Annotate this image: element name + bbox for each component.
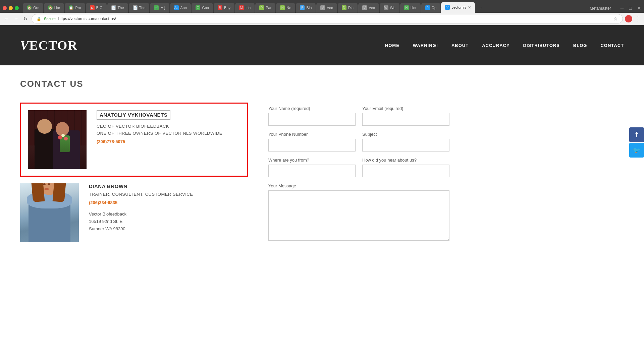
browser-tab-active[interactable]: V vectornls ✕ [441,2,475,13]
browser-tab-12[interactable]: P Par [255,3,275,13]
form-how-label: How did you hear about us? [362,158,449,163]
tab-label-2: Hor [54,6,60,10]
site-header: VECTOR HOME WARNING! ABOUT ACCURACY DIST… [0,25,644,65]
form-email-label: Your Email (required) [362,106,449,111]
tab-favicon-4: ▶ [90,5,95,10]
contacts-section: ANATOLIY VYKHOVANETS CEO OF VECTOR BIOFE… [20,103,248,249]
nav-contact[interactable]: CONTACT [600,43,624,48]
tab-label-12: Par [266,6,271,10]
browser-tab-5[interactable]: 📄 The [107,3,128,13]
facebook-social-btn[interactable]: f [629,127,644,142]
browser-tab-16[interactable]: D Dia [338,3,358,13]
contact-phone-anatoliy[interactable]: (206)778-5075 [97,139,240,144]
browser-tab-9[interactable]: G Goo [192,3,213,13]
browser-chrome-top: 🏠 Orc 🏠 Hor 📋 Pro ▶ BIO 📄 The 📄 The 🛒 Mi… [0,0,644,13]
content-layout: ANATOLIY VYKHOVANETS CEO OF VECTOR BIOFE… [20,103,449,249]
page-content: CONTACT US [0,65,470,262]
browser-tab-18[interactable]: W We [380,3,399,13]
nav-accuracy[interactable]: ACCURACY [482,43,509,48]
logo-v-special: V [20,38,29,52]
contact-title-anatoliy: CEO OF VECTOR BIOFEEDBACK ONE OF THREE O… [97,123,240,137]
form-from-input[interactable] [268,165,356,177]
browser-tab-13[interactable]: N Ne [276,3,295,13]
contact-card-anatoliy: ANATOLIY VYKHOVANETS CEO OF VECTOR BIOFE… [20,103,248,177]
address-bar[interactable]: 🔒 Secure https://vectornls.com/contact-u… [32,14,623,23]
twitter-social-btn[interactable]: 🐦 [629,143,644,158]
browser-menu-btn[interactable]: ⋮ [635,15,641,22]
twitter-icon: 🐦 [633,146,640,154]
minimize-btn[interactable]: ─ [621,5,624,11]
browser-tab-7[interactable]: 🛒 Mij [150,3,169,13]
form-subject-input[interactable] [362,139,449,152]
secure-label: Secure [44,17,56,21]
tab-favicon-12: P [259,5,264,10]
nav-blog[interactable]: BLOG [573,43,587,48]
back-btn[interactable]: ← [3,15,11,23]
contact-info-diana: DIANA BROWN TRAINER, CONSULTENT, CUSTOME… [89,183,248,233]
form-row-name-email: Your Name (required) Your Email (require… [268,106,449,126]
forward-btn[interactable]: → [12,15,20,23]
close-btn[interactable]: ✕ [637,5,641,11]
form-group-how: How did you hear about us? [362,158,449,177]
tab-label-18: We [390,6,395,10]
tab-favicon-active: V [445,5,450,10]
tab-favicon-13: N [280,5,285,10]
form-message-textarea[interactable] [268,190,449,241]
browser-tab-19[interactable]: H Hor [400,3,421,13]
tab-label-1: Orc [33,6,39,10]
browser-tab-8[interactable]: Aa Aan [170,3,191,13]
tab-favicon-5: 📄 [111,5,116,10]
form-name-input[interactable] [268,113,356,126]
minimize-window-btn[interactable] [9,6,13,10]
profile-avatar[interactable] [625,15,632,22]
tab-favicon-16: D [342,5,346,10]
contact-title-diana: TRAINER, CONSULTENT, CUSTOMER SERVICE [89,191,248,198]
window-controls-right[interactable]: ─ □ ✕ [616,5,641,13]
new-tab-btn[interactable]: + [476,3,486,13]
form-how-input[interactable] [362,165,449,177]
social-sidebar: f 🐦 [629,127,644,158]
tab-label-7: Mij [160,6,165,10]
metamaster-label: Metamaster [584,6,616,13]
tab-label-20: Op [432,6,437,10]
browser-tabs: 🏠 Orc 🏠 Hor 📋 Pro ▶ BIO 📄 The 📄 The 🛒 Mi… [23,2,584,13]
form-group-email: Your Email (required) [362,106,449,126]
browser-tab-15[interactable]: V Vec [316,3,337,13]
refresh-btn[interactable]: ↻ [21,15,30,23]
tab-favicon-6: 📄 [133,5,138,10]
contact-phone-diana[interactable]: (206)334-6835 [89,200,248,205]
page-title: CONTACT US [20,79,449,89]
browser-tab-4[interactable]: ▶ BIO [86,3,107,13]
close-window-btn[interactable] [3,6,7,10]
browser-tab-20[interactable]: P Op [421,3,441,13]
logo-text: ECTOR [29,38,77,52]
browser-tab-11[interactable]: M Inb [235,3,255,13]
browser-tab-17[interactable]: V Vec [358,3,379,13]
browser-tab-14[interactable]: B Bio [296,3,316,13]
window-controls[interactable] [3,6,19,13]
browser-tab-10[interactable]: B Buy [214,3,234,13]
maximize-window-btn[interactable] [15,6,19,10]
browser-tab-6[interactable]: 📄 The [129,3,150,13]
form-email-input[interactable] [362,113,449,126]
tab-close-active[interactable]: ✕ [468,5,471,10]
tab-favicon-3: 📋 [69,5,73,10]
browser-tab-2[interactable]: 🏠 Hor [44,3,64,13]
nav-about[interactable]: ABOUT [451,43,469,48]
browser-tab-3[interactable]: 📋 Pro [65,3,85,13]
browser-tab-1[interactable]: 🏠 Orc [23,3,43,13]
nav-home[interactable]: HOME [385,43,399,48]
url-text[interactable]: https://vectornls.com/contact-us/ [58,16,116,21]
form-message-label: Your Message [268,183,449,188]
form-phone-input[interactable] [268,139,356,152]
address-block: Vector Biofeedback 16519 92nd St. E Sumn… [89,210,248,233]
tab-label-17: Vec [369,6,375,10]
form-name-label: Your Name (required) [268,106,356,111]
nav-distributors[interactable]: DISTRIBUTORS [523,43,560,48]
restore-btn[interactable]: □ [629,5,632,11]
tab-label-16: Dia [348,6,354,10]
site-logo[interactable]: VECTOR [20,38,78,53]
tab-label-15: Vec [327,6,333,10]
bookmark-star-icon[interactable]: ☆ [613,16,618,21]
nav-warning[interactable]: WARNING! [413,43,438,48]
